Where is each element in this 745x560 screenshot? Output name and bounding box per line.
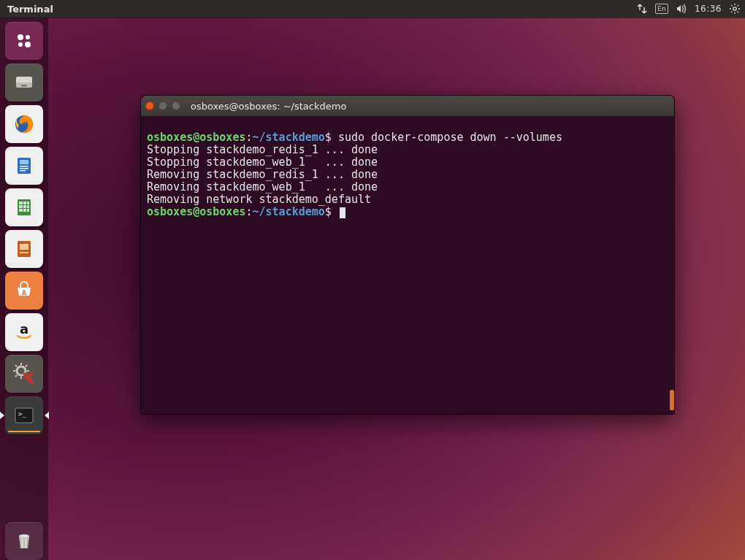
svg-rect-18 <box>19 205 23 208</box>
terminal-body[interactable]: osboxes@osboxes:~/stackdemo$ sudo docker… <box>141 116 674 414</box>
svg-point-1 <box>18 34 23 40</box>
command-text: sudo docker-compose down --volumes <box>332 131 562 144</box>
svg-rect-11 <box>20 166 28 167</box>
volume-icon[interactable] <box>676 0 687 18</box>
calc-icon[interactable] <box>5 188 43 226</box>
svg-point-34 <box>20 535 28 537</box>
system-settings-icon[interactable] <box>5 355 43 393</box>
window-minimize-icon[interactable] <box>158 101 167 110</box>
system-tray: En 16:36 <box>636 0 741 18</box>
svg-point-3 <box>25 42 31 47</box>
svg-rect-21 <box>19 209 23 212</box>
dash-icon[interactable] <box>5 22 43 60</box>
svg-rect-10 <box>20 160 28 164</box>
svg-rect-16 <box>23 202 26 204</box>
prompt-path: ~/stackdemo <box>253 131 325 144</box>
svg-rect-23 <box>27 209 29 212</box>
settings-gear-icon[interactable] <box>729 0 741 18</box>
output-line: Removing stackdemo_redis_1 ... done <box>147 168 378 181</box>
prompt-symbol: $ <box>325 131 332 144</box>
prompt-user: osboxes@osboxes <box>147 131 245 144</box>
svg-text:a: a <box>20 321 28 337</box>
svg-point-2 <box>26 35 30 39</box>
focused-indicator-icon <box>45 412 49 419</box>
menubar: Terminal En 16:36 <box>0 0 745 18</box>
amazon-icon[interactable]: a <box>5 313 43 351</box>
prompt-sep: : <box>245 131 252 144</box>
svg-rect-25 <box>20 244 28 250</box>
svg-rect-22 <box>23 209 26 212</box>
window-close-icon[interactable] <box>145 101 154 110</box>
prompt-path: ~/stackdemo <box>253 205 325 218</box>
svg-rect-17 <box>27 202 29 204</box>
network-icon[interactable] <box>636 0 648 18</box>
svg-text:>_: >_ <box>18 410 26 418</box>
files-icon[interactable] <box>5 64 43 101</box>
svg-rect-7 <box>21 85 27 87</box>
svg-rect-12 <box>20 168 28 169</box>
window-maximize-icon[interactable] <box>172 101 180 110</box>
terminal-window[interactable]: osboxes@osboxes: ~/stackdemo osboxes@osb… <box>140 95 675 415</box>
firefox-icon[interactable] <box>5 105 43 143</box>
output-line: Stopping stackdemo_redis_1 ... done <box>147 143 378 156</box>
svg-point-0 <box>733 7 736 10</box>
output-line: Stopping stackdemo_web_1 ... done <box>147 156 378 169</box>
svg-rect-13 <box>20 170 26 172</box>
svg-rect-20 <box>27 205 29 208</box>
svg-point-4 <box>18 42 23 47</box>
svg-rect-19 <box>23 205 26 208</box>
output-line: Removing stackdemo_web_1 ... done <box>147 180 378 193</box>
active-app-name: Terminal <box>7 4 53 15</box>
trash-icon[interactable] <box>5 522 43 560</box>
scrollbar-thumb[interactable] <box>670 390 674 410</box>
unity-launcher: A a >_ <box>0 18 48 560</box>
terminal-icon[interactable]: >_ <box>5 396 43 434</box>
prompt-symbol: $ <box>325 205 332 218</box>
writer-icon[interactable] <box>5 147 43 185</box>
prompt-sep: : <box>245 205 252 218</box>
language-indicator[interactable]: En <box>655 0 668 18</box>
svg-rect-15 <box>19 202 23 204</box>
svg-rect-26 <box>20 252 28 253</box>
window-titlebar[interactable]: osboxes@osboxes: ~/stackdemo <box>141 96 674 116</box>
terminal-cursor <box>340 207 345 218</box>
software-center-icon[interactable]: A <box>5 272 43 310</box>
svg-text:A: A <box>22 289 27 296</box>
prompt-user: osboxes@osboxes <box>147 205 245 218</box>
running-indicator-icon <box>0 412 4 419</box>
impress-icon[interactable] <box>5 230 43 268</box>
output-line: Removing network stackdemo_default <box>147 193 371 206</box>
clock[interactable]: 16:36 <box>695 0 722 18</box>
window-title: osboxes@osboxes: ~/stackdemo <box>191 101 346 112</box>
